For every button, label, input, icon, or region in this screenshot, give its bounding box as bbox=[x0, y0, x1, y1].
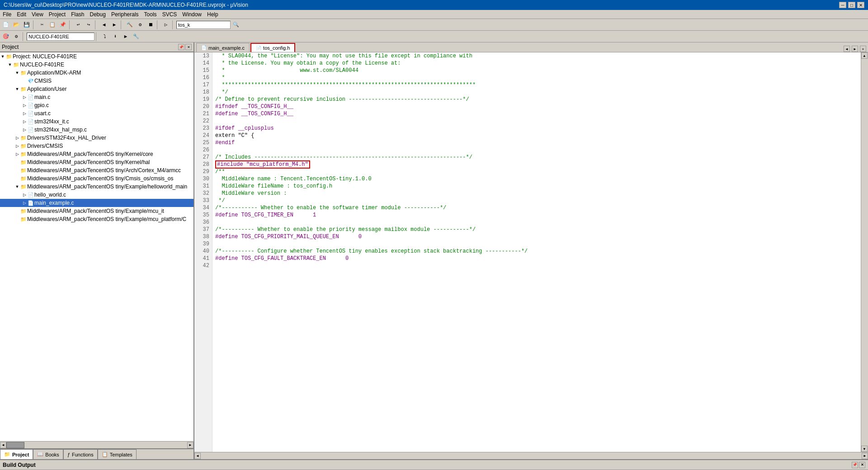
tree-item[interactable]: ▷📄usart.c bbox=[0, 109, 193, 118]
vscroll-down[interactable]: ▼ bbox=[861, 446, 868, 452]
tree-expander[interactable]: ▼ bbox=[14, 70, 20, 75]
menu-item-tools[interactable]: Tools bbox=[142, 11, 160, 18]
search-input[interactable] bbox=[176, 21, 231, 29]
tree-item[interactable]: ▷📄stm32f4xx_it.c bbox=[0, 118, 193, 126]
editor-vscrollbar[interactable]: ▲ ▼ bbox=[861, 52, 868, 452]
tree-item[interactable]: ▷📁Drivers/STM32F4xx_HAL_Driver bbox=[0, 134, 193, 142]
copy-button[interactable]: 📋 bbox=[47, 20, 57, 30]
menu-item-svcs[interactable]: SVCS bbox=[160, 11, 180, 18]
editor-tab-icon: 📄 bbox=[256, 46, 261, 51]
tree-expander[interactable]: ▷ bbox=[22, 201, 27, 205]
minimize-button[interactable]: ─ bbox=[839, 2, 846, 8]
save-button[interactable]: 💾 bbox=[22, 20, 32, 30]
build-close-button[interactable]: ✕ bbox=[859, 462, 865, 468]
options-button[interactable]: ⚙ bbox=[11, 32, 21, 42]
tree-expander[interactable]: ▼ bbox=[14, 87, 20, 91]
menu-item-peripherals[interactable]: Peripherals bbox=[108, 11, 142, 18]
project-tab-books[interactable]: 📖Books bbox=[33, 449, 63, 459]
vscroll-track[interactable] bbox=[861, 59, 868, 446]
editor-hscrollbar[interactable]: ◀ ▶ bbox=[194, 452, 868, 459]
menu-item-edit[interactable]: Edit bbox=[14, 11, 29, 18]
tree-expander[interactable]: ▷ bbox=[22, 193, 27, 197]
tree-item[interactable]: ▼📁Application/User bbox=[0, 85, 193, 93]
target-select[interactable] bbox=[27, 33, 94, 41]
tree-item[interactable]: ▷📄main_example.c bbox=[0, 199, 193, 207]
tab-close-btn[interactable]: ✕ bbox=[860, 46, 866, 52]
debug-button[interactable]: ▷ bbox=[161, 20, 171, 30]
tree-item[interactable]: ▷📄gpio.c bbox=[0, 101, 193, 109]
scroll-left-arrow[interactable]: ◀ bbox=[0, 442, 6, 448]
menu-item-flash[interactable]: Flash bbox=[68, 11, 87, 18]
project-close-button[interactable]: ✕ bbox=[185, 44, 192, 50]
editor-tab-main_example-c[interactable]: 📄main_example.c bbox=[196, 43, 250, 52]
tree-expander[interactable]: ▷ bbox=[22, 103, 27, 108]
tree-expander[interactable]: ▷ bbox=[22, 127, 27, 132]
project-tab-project[interactable]: 📁Project bbox=[0, 449, 33, 459]
target-options-button[interactable]: 🎯 bbox=[1, 32, 11, 42]
menu-item-file[interactable]: File bbox=[0, 11, 14, 18]
step-over-button[interactable]: ⤵ bbox=[100, 32, 110, 42]
tree-item[interactable]: 📁Middlewares/ARM_pack/TencentOS tiny/Exa… bbox=[0, 215, 193, 223]
scroll-right-arrow[interactable]: ▶ bbox=[187, 442, 193, 448]
project-tab-templates[interactable]: 📋Templates bbox=[98, 449, 137, 459]
tree-item[interactable]: 📁Middlewares/ARM_pack/TencentOS tiny/Exa… bbox=[0, 207, 193, 215]
vscroll-up[interactable]: ▲ bbox=[861, 52, 868, 59]
tree-item[interactable]: ▷📄stm32f4xx_hal_msp.c bbox=[0, 126, 193, 134]
tree-expander[interactable]: ▷ bbox=[22, 111, 27, 116]
tree-item[interactable]: ▷📄hello_world.c bbox=[0, 191, 193, 199]
rebuild-button[interactable]: ⚙ bbox=[135, 20, 145, 30]
code-editor[interactable]: 1314151617181920212223242526272829303132… bbox=[194, 52, 861, 452]
hscroll-left[interactable]: ◀ bbox=[194, 453, 201, 459]
tree-expander[interactable]: ▷ bbox=[14, 136, 20, 140]
tree-expander[interactable]: ▷ bbox=[14, 144, 20, 148]
tree-expander[interactable]: ▼ bbox=[14, 184, 20, 189]
tree-item[interactable]: ▼📁Project: NUCLEO-F401RE bbox=[0, 52, 193, 61]
tree-item[interactable]: ▷📄main.c bbox=[0, 93, 193, 101]
tree-expander[interactable]: ▼ bbox=[0, 54, 5, 59]
undo-button[interactable]: ↩ bbox=[73, 20, 83, 30]
step-into-button[interactable]: ⬇ bbox=[110, 32, 120, 42]
cut-button[interactable]: ✂ bbox=[37, 20, 47, 30]
forward-button[interactable]: ▶ bbox=[109, 20, 119, 30]
hscroll-right[interactable]: ▶ bbox=[862, 453, 868, 459]
tree-item[interactable]: 💎CMSIS bbox=[0, 77, 193, 85]
tree-expander[interactable]: ▷ bbox=[22, 95, 27, 99]
project-tab-functions[interactable]: ƒFunctions bbox=[63, 449, 98, 459]
open-button[interactable]: 📂 bbox=[11, 20, 21, 30]
run-button[interactable]: ▶ bbox=[121, 32, 131, 42]
tree-item[interactable]: 📁Middlewares/ARM_pack/TencentOS tiny/Cms… bbox=[0, 174, 193, 183]
settings-button[interactable]: 🔧 bbox=[131, 32, 141, 42]
tree-expander[interactable]: ▷ bbox=[22, 119, 27, 124]
project-hscrollbar[interactable]: ◀ ▶ bbox=[0, 441, 193, 448]
back-button[interactable]: ◀ bbox=[99, 20, 109, 30]
tree-expander[interactable]: ▷ bbox=[14, 152, 20, 156]
maximize-button[interactable]: □ bbox=[848, 2, 855, 8]
menu-item-project[interactable]: Project bbox=[46, 11, 68, 18]
tree-item[interactable]: ▷📁Middlewares/ARM_pack/TencentOS tiny/Ke… bbox=[0, 150, 193, 158]
tree-item[interactable]: ▷📁Drivers/CMSIS bbox=[0, 142, 193, 150]
menu-item-help[interactable]: Help bbox=[204, 11, 221, 18]
tab-scroll-right[interactable]: ▶ bbox=[852, 46, 858, 52]
new-button[interactable]: 📄 bbox=[1, 20, 11, 30]
menu-item-window[interactable]: Window bbox=[179, 11, 204, 18]
build-button[interactable]: 🔨 bbox=[125, 20, 135, 30]
tree-item[interactable]: 📁Middlewares/ARM_pack/TencentOS tiny/Arc… bbox=[0, 166, 193, 174]
scroll-thumb[interactable] bbox=[6, 442, 24, 448]
project-pin-button[interactable]: 📌 bbox=[178, 44, 184, 50]
stop-button[interactable]: ⏹ bbox=[146, 20, 156, 30]
paste-button[interactable]: 📌 bbox=[58, 20, 68, 30]
tree-item[interactable]: ▼📁Middlewares/ARM_pack/TencentOS tiny/Ex… bbox=[0, 183, 193, 191]
menu-item-view[interactable]: View bbox=[29, 11, 46, 18]
tree-item[interactable]: 📁Middlewares/ARM_pack/TencentOS tiny/Ker… bbox=[0, 158, 193, 166]
tree-item[interactable]: ▼📁NUCLEO-F401RE bbox=[0, 61, 193, 69]
tree-expander[interactable]: ▼ bbox=[7, 62, 13, 67]
editor-tab-tos_config-h[interactable]: 📄tos_config.h bbox=[250, 43, 295, 52]
close-button[interactable]: ✕ bbox=[857, 2, 864, 8]
tree-item[interactable]: ▼📁Application/MDK-ARM bbox=[0, 69, 193, 77]
scroll-track[interactable] bbox=[6, 442, 187, 448]
redo-button[interactable]: ↪ bbox=[84, 20, 94, 30]
build-pin-button[interactable]: 📌 bbox=[852, 462, 858, 468]
tab-scroll-left[interactable]: ◀ bbox=[844, 46, 850, 52]
menu-item-debug[interactable]: Debug bbox=[87, 11, 108, 18]
search-button[interactable]: 🔍 bbox=[231, 20, 241, 30]
